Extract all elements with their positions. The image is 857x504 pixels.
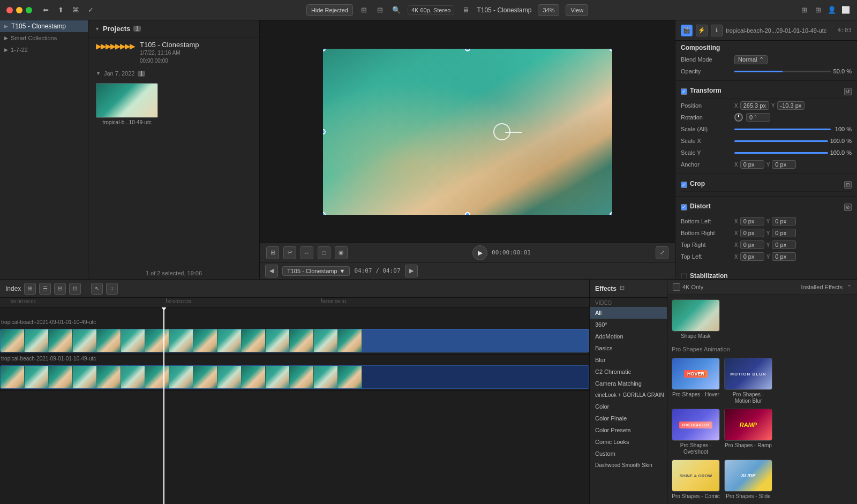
crop-btn[interactable]: □ [318,246,330,259]
fullscreen-btn[interactable]: ⤢ [656,246,668,259]
effects-cat-color-finale[interactable]: Color Finale [590,412,667,424]
pointer-btn[interactable]: ↖ [91,283,103,295]
opacity-slider[interactable] [734,71,831,72]
effects-cat-360[interactable]: 360° [590,319,667,330]
top-right-y-field[interactable]: 0 px [772,240,796,249]
clip-frame [266,329,290,352]
trim-btn[interactable]: ✂ [283,246,296,259]
position-y-field[interactable]: -10.3 px [777,101,805,110]
close-button[interactable] [6,7,13,13]
crop-checkbox[interactable]: ✓ [681,182,687,188]
stabilization-checkbox[interactable] [681,274,687,279]
distort-checkbox[interactable]: ✓ [681,204,687,210]
effects-cat-basics[interactable]: Basics [590,342,667,354]
inspector-tab-filter[interactable]: ⚡ [696,25,708,36]
rotation-value-field[interactable]: 0 ° [746,113,770,122]
effects-cat-blur[interactable]: Blur [590,354,667,366]
bottom-right-y-field[interactable]: 0 px [772,229,796,237]
position-x-field[interactable]: 265.3 px [740,101,769,110]
top-left-x-field[interactable]: 0 px [740,252,764,261]
share-icon[interactable]: ⬆ [56,5,65,15]
clips-view-btn[interactable]: ⊞ [24,283,36,295]
effects-cat-color[interactable]: Color [590,401,667,412]
effects-cat-custom[interactable]: Custom [590,448,667,460]
effects-cat-camera-matching[interactable]: Camera Matching [590,378,667,389]
effects-cat-c2-chromatic[interactable]: C2 Chromatic [590,366,667,378]
list-view-btn[interactable]: ☰ [39,283,51,295]
back-icon[interactable]: ⬅ [41,5,50,15]
zoom-button[interactable]: 34% [538,4,559,16]
crop-icon[interactable]: ⊡ [844,181,852,189]
top-right-x-field[interactable]: 0 px [740,240,764,249]
apps-icon[interactable]: ⊞ [813,5,823,15]
control-point-bc[interactable] [465,212,470,215]
color-btn[interactable]: ◉ [335,246,348,259]
effect-shape-mask[interactable]: Shape Mask [672,299,720,340]
sidebar-section-smart-collections[interactable]: ▶ Smart Collections [0,32,88,44]
effect-slide[interactable]: SLIDE Pro Shapes - Slide [724,460,772,500]
scale-x-slider[interactable] [734,140,828,142]
play-button[interactable]: ▶ [472,245,487,260]
thumb-item[interactable]: tropical-b...10-49-utc [96,83,158,125]
search-icon[interactable]: 🔍 [392,5,401,15]
inspector-tab-info[interactable]: ℹ [711,25,723,36]
installed-effects-dropdown[interactable]: ⌃ [847,284,852,291]
track-clip-1[interactable] [0,329,589,352]
bottom-left-x-field[interactable]: 0 px [740,217,764,225]
track-clip-2[interactable] [0,365,589,389]
maximize-icon[interactable]: ⬜ [841,5,851,15]
blade-btn[interactable]: ↕ [106,283,118,295]
group-view-btn[interactable]: ⊡ [69,283,81,295]
fullscreen-button[interactable] [26,7,32,13]
hide-rejected-button[interactable]: Hide Rejected [306,4,353,16]
4k-toggle[interactable]: 4K Only [673,283,703,291]
effects-cat-color-presets[interactable]: Color Presets [590,424,667,436]
control-point-br[interactable] [610,212,612,215]
layout-icon[interactable]: ⊞ [359,5,369,15]
rotation-knob[interactable] [734,113,743,122]
effects-cat-cinelook[interactable]: cineLook + GORILLA GRAIN [590,389,667,401]
key-icon[interactable]: ⌘ [71,5,80,15]
effect-hover[interactable]: HOVER Pro Shapes - Hover [672,358,720,404]
sidebar-item-t105[interactable]: ▶ T105 - Clonestamp [0,20,88,32]
sidebar-section-1-7-22[interactable]: ▶ 1-7-22 [0,44,88,56]
inspector-tab-video[interactable]: 🎬 [681,25,693,36]
view-mode-btn[interactable]: ⊞ [266,246,279,259]
view-button[interactable]: View [566,4,588,16]
distort-icon[interactable]: ⊘ [844,204,852,211]
angle-view-btn[interactable]: ⊟ [54,283,66,295]
bottom-right-x-field[interactable]: 0 px [740,229,764,237]
transform-reset-icon[interactable]: ↺ [844,88,852,95]
next-clip-btn[interactable]: ▶ [405,265,418,277]
effects-filter-btn[interactable]: ⊟ [620,284,628,293]
transform-checkbox[interactable]: ✓ [681,88,687,95]
clip-dropdown-icon[interactable]: ▼ [340,268,345,274]
scale-all-slider[interactable] [734,129,831,130]
effect-ramp[interactable]: RAMP Pro Shapes - Ramp [724,409,772,455]
projects-chevron[interactable]: ▼ [95,26,100,32]
transform-btn[interactable]: ↔ [300,246,313,259]
effects-cat-all[interactable]: All [590,307,667,319]
anchor-x-field[interactable]: 0 px [740,160,764,169]
effect-comic[interactable]: SHINE & GROW Pro Shapes - Comic [672,460,720,500]
grid-icon[interactable]: ⊟ [375,5,385,15]
effects-cat-dashwood[interactable]: Dashwood Smooth Skin [590,460,667,471]
prev-clip-btn[interactable]: ◀ [265,265,278,277]
project-item[interactable]: ▶▶▶▶▶▶▶▶ T105 - Clonestamp 1/7/22, 11:16… [88,37,259,68]
grid2-icon[interactable]: ⊞ [799,5,809,15]
playhead[interactable] [163,307,164,504]
scale-y-slider[interactable] [734,152,828,154]
effect-overshoot[interactable]: OVERSHOOT Pro Shapes - Overshoot [672,409,720,455]
effects-cat-addmotion[interactable]: AddMotion [590,330,667,342]
effects-cat-comic-looks[interactable]: Comic Looks [590,436,667,448]
minimize-button[interactable] [16,7,22,13]
bottom-left-y-field[interactable]: 0 px [772,217,796,225]
anchor-y-field[interactable]: 0 px [772,160,796,169]
4k-checkbox[interactable] [673,283,680,291]
effect-motion-blur[interactable]: MOTION BLUR Pro Shapes - Motion Blur [724,358,772,404]
check-icon[interactable]: ✓ [86,5,95,15]
top-left-y-field[interactable]: 0 px [772,252,796,261]
date-group[interactable]: ▼ Jan 7, 2022 1 [88,68,259,79]
blend-mode-dropdown[interactable]: Normal ⌃ [734,55,768,64]
monitor-icon[interactable]: 🖥 [461,5,470,15]
